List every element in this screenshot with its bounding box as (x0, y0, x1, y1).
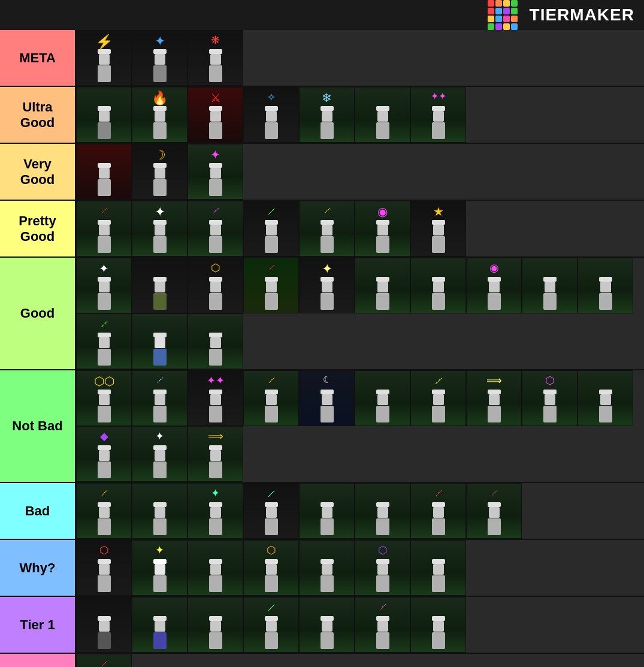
tier-content-why: ⬡ ✦ (76, 540, 644, 596)
list-item[interactable] (355, 258, 410, 313)
list-item[interactable] (578, 370, 633, 426)
list-item[interactable]: ❄ (299, 87, 355, 143)
tier-label-not-bad: Not Bad (0, 370, 76, 482)
list-item[interactable] (578, 258, 633, 313)
list-item[interactable]: ⟋ (188, 201, 243, 256)
list-item[interactable]: ⟋ (76, 201, 132, 256)
list-item[interactable]: ⟋ (243, 258, 299, 313)
list-item[interactable] (355, 483, 410, 539)
list-item[interactable] (132, 313, 188, 369)
list-item[interactable] (410, 258, 466, 313)
list-item[interactable]: ⟋ (76, 313, 132, 369)
list-item[interactable] (188, 597, 243, 653)
list-item[interactable]: ⟋ (299, 201, 355, 256)
header: TierMaker (0, 0, 644, 30)
list-item[interactable] (299, 540, 355, 596)
list-item[interactable] (188, 540, 243, 596)
list-item[interactable] (76, 597, 132, 653)
list-item[interactable] (299, 483, 355, 539)
tier-content-very-good: ☽ ✦ (76, 144, 644, 200)
list-item[interactable]: ⟋ (410, 483, 466, 539)
list-item[interactable]: ⬡ (355, 540, 410, 596)
list-item[interactable]: ⟋ (132, 370, 188, 426)
list-item[interactable]: ⬡⬡ (76, 370, 132, 426)
list-item[interactable]: ◉ (466, 258, 522, 313)
tier-row-ultra-good: Ultra Good 🔥 ⚔ (0, 87, 644, 144)
tier-content-tier1: ⟋ ⟋ (76, 597, 644, 653)
list-item[interactable]: ✦ (76, 258, 132, 313)
list-item[interactable] (132, 483, 188, 539)
list-item[interactable]: ✦ (188, 483, 243, 539)
list-item[interactable] (76, 144, 132, 200)
list-item[interactable] (355, 87, 410, 143)
logo-grid-icon (488, 0, 518, 30)
tier-row-not-bad: Not Bad ⬡⬡ ⟋ ✦✦ (0, 370, 644, 483)
list-item[interactable]: ✦ (132, 201, 188, 256)
tier-label-tier1: Tier 1 (0, 597, 76, 653)
tier-row-very-good: Very Good ☽ ✦ (0, 144, 644, 201)
list-item[interactable]: ⟋ (243, 370, 299, 426)
tier-label-why: Why? (0, 540, 76, 596)
list-item[interactable]: ⬡ (522, 370, 578, 426)
list-item[interactable]: ✦ (188, 144, 243, 200)
list-item[interactable]: ✦ (132, 540, 188, 596)
list-item[interactable]: ⟹ (466, 370, 522, 426)
tier-label-bad: Bad (0, 483, 76, 539)
list-item[interactable] (410, 540, 466, 596)
tiermaker-logo: TierMaker (488, 0, 634, 30)
tier-label-pretty-good: Pretty Good (0, 201, 76, 256)
list-item[interactable]: ◆ (76, 426, 132, 482)
list-item[interactable]: ⟋ (243, 201, 299, 256)
tier-label-god: God (0, 654, 76, 667)
list-item[interactable]: ⟋ (466, 483, 522, 539)
list-item[interactable]: ✦ (132, 426, 188, 482)
list-item[interactable]: ✦ (299, 258, 355, 313)
tier-content-bad: ⟋ ✦ (76, 483, 644, 539)
list-item[interactable]: ⟡ (243, 87, 299, 143)
list-item[interactable] (522, 258, 578, 313)
list-item[interactable]: ☾ (299, 370, 355, 426)
tier-row-why: Why? ⬡ ✦ (0, 540, 644, 597)
list-item[interactable]: ❋ (188, 30, 243, 86)
list-item[interactable] (132, 597, 188, 653)
list-item[interactable] (132, 258, 188, 313)
list-item[interactable]: ⟋ (355, 597, 410, 653)
list-item[interactable] (410, 597, 466, 653)
list-item[interactable]: ☽ (132, 144, 188, 200)
tier-label-very-good: Very Good (0, 144, 76, 200)
list-item[interactable]: 🔥 (132, 87, 188, 143)
tier-label-meta: META (0, 30, 76, 86)
tiermaker-logo-text: TierMaker (530, 5, 634, 25)
list-item[interactable]: ⚔ (188, 87, 243, 143)
list-item[interactable]: ⬡ (188, 258, 243, 313)
list-item[interactable]: ⟋ (76, 654, 132, 667)
tier-content-god: ⟋ (76, 654, 644, 667)
tier-content-not-bad: ⬡⬡ ⟋ ✦✦ (76, 370, 644, 482)
list-item[interactable] (355, 370, 410, 426)
tier-row-god: God ⟋ (0, 654, 644, 667)
list-item[interactable]: ⬡ (76, 540, 132, 596)
tier-label-good: Good (0, 258, 76, 369)
list-item[interactable]: ⟋ (243, 483, 299, 539)
list-item[interactable] (188, 313, 243, 369)
tier-content-pretty-good: ⟋ ✦ ⟋ (76, 201, 644, 256)
list-item[interactable]: ✦✦ (188, 370, 243, 426)
list-item[interactable]: ⚡ (76, 30, 132, 86)
list-item[interactable]: ◉ (355, 201, 410, 256)
list-item[interactable]: ★ (410, 201, 466, 256)
list-item[interactable]: ✦✦ (410, 87, 466, 143)
tier-row-meta: META ⚡ ✦ (0, 30, 644, 87)
list-item[interactable]: ⟋ (243, 597, 299, 653)
tier-row-tier1: Tier 1 (0, 597, 644, 654)
list-item[interactable]: ⟋ (76, 483, 132, 539)
list-item[interactable]: ⬡ (243, 540, 299, 596)
list-item[interactable]: ⟋ (410, 370, 466, 426)
tier-content-ultra-good: 🔥 ⚔ ⟡ (76, 87, 644, 143)
tier-list: META ⚡ ✦ (0, 30, 644, 667)
tier-row-bad: Bad ⟋ ✦ (0, 483, 644, 540)
list-item[interactable]: ⟹ (188, 426, 243, 482)
list-item[interactable]: ✦ (132, 30, 188, 86)
tier-content-good: ✦ ⬡ (76, 258, 644, 369)
list-item[interactable] (76, 87, 132, 143)
list-item[interactable] (299, 597, 355, 653)
